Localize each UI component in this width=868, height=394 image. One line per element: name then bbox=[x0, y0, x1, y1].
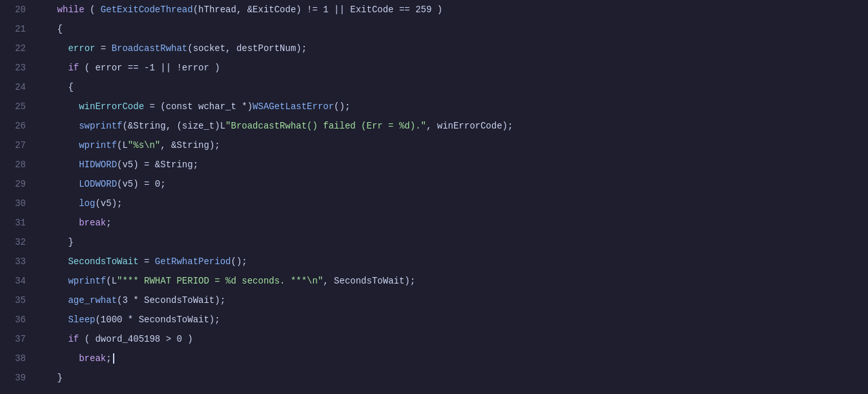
line-content: SecondsToWait = GetRwhatPeriod(); bbox=[36, 252, 868, 271]
token-indent bbox=[36, 160, 79, 170]
token-fn: log bbox=[79, 198, 95, 209]
line-content: wprintf(L"%s\n", &String); bbox=[36, 136, 868, 155]
token-fn: LODWORD bbox=[79, 179, 117, 189]
token-indent bbox=[36, 276, 68, 286]
token-indent bbox=[36, 43, 68, 54]
token-fn: wprintf bbox=[79, 140, 117, 150]
line-content: } bbox=[36, 233, 868, 252]
token-kw: break bbox=[79, 353, 106, 364]
code-line: 38 break; bbox=[0, 349, 868, 368]
line-content: { bbox=[36, 19, 868, 39]
line-content: Sleep(1000 * SecondsToWait); bbox=[36, 310, 868, 329]
code-line: 24 { bbox=[0, 78, 868, 97]
code-line: 32 } bbox=[0, 233, 868, 252]
line-content: wprintf(L"*** RWHAT PERIOD = %d seconds.… bbox=[36, 271, 868, 291]
token-plain: ( dword_405198 > 0 ) bbox=[79, 334, 192, 344]
token-plain: (v5) = &String; bbox=[117, 160, 198, 170]
token-plain: , &String); bbox=[160, 140, 220, 150]
code-line: 25 winErrorCode = (const wchar_t *)WSAGe… bbox=[0, 97, 868, 116]
line-number: 25 bbox=[0, 97, 36, 116]
line-number: 35 bbox=[0, 291, 36, 310]
token-indent bbox=[36, 121, 79, 131]
line-content: { bbox=[36, 78, 868, 97]
token-var: SecondsToWait bbox=[68, 256, 138, 267]
token-plain: ; bbox=[106, 218, 111, 228]
token-indent bbox=[36, 140, 79, 150]
token-kw: while bbox=[57, 5, 85, 15]
token-kw: if bbox=[68, 334, 79, 344]
token-indent bbox=[36, 373, 57, 383]
token-var: error bbox=[68, 43, 95, 54]
token-plain: (L bbox=[117, 140, 128, 150]
line-number: 22 bbox=[0, 39, 36, 58]
line-content: break; bbox=[36, 213, 868, 233]
code-line: 33 SecondsToWait = GetRwhatPeriod(); bbox=[0, 252, 868, 271]
code-line: 29 LODWORD(v5) = 0; bbox=[0, 174, 868, 194]
code-line: 39 } bbox=[0, 368, 868, 388]
token-plain: } bbox=[68, 237, 73, 247]
token-plain: = bbox=[139, 256, 155, 267]
token-indent bbox=[36, 315, 68, 325]
token-fn: BroadcastRwhat bbox=[112, 43, 188, 54]
line-number: 27 bbox=[0, 136, 36, 155]
line-content: break; bbox=[36, 349, 868, 368]
token-indent bbox=[36, 24, 57, 34]
line-number: 37 bbox=[0, 329, 36, 349]
token-str: "%s\n" bbox=[128, 140, 160, 150]
line-content: swprintf(&String, (size_t)L"BroadcastRwh… bbox=[36, 116, 868, 136]
token-indent bbox=[36, 218, 79, 228]
token-plain: = bbox=[95, 43, 111, 54]
token-plain: { bbox=[68, 82, 73, 92]
token-plain: = (const wchar_t *) bbox=[144, 101, 253, 112]
token-fn: GetExitCodeThread bbox=[101, 5, 193, 15]
line-number: 38 bbox=[0, 349, 36, 368]
code-line: 36 Sleep(1000 * SecondsToWait); bbox=[0, 310, 868, 329]
line-content: LODWORD(v5) = 0; bbox=[36, 174, 868, 194]
token-var: winErrorCode bbox=[79, 101, 144, 112]
code-line: 28 HIDWORD(v5) = &String; bbox=[0, 155, 868, 174]
line-number: 33 bbox=[0, 252, 36, 271]
token-indent bbox=[36, 353, 79, 364]
token-indent bbox=[36, 295, 68, 306]
token-fn: wprintf bbox=[68, 276, 106, 286]
token-plain: , winErrorCode); bbox=[426, 121, 513, 131]
token-fn: GetRwhatPeriod bbox=[155, 256, 231, 267]
line-content: if ( dword_405198 > 0 ) bbox=[36, 329, 868, 349]
line-number: 36 bbox=[0, 310, 36, 329]
line-number: 39 bbox=[0, 368, 36, 388]
line-content: age_rwhat(3 * SecondsToWait); bbox=[36, 291, 868, 310]
line-number: 30 bbox=[0, 194, 36, 213]
token-fn: HIDWORD bbox=[79, 160, 117, 170]
token-indent bbox=[36, 334, 68, 344]
code-line: 21 { bbox=[0, 19, 868, 39]
token-fn: swprintf bbox=[79, 121, 122, 131]
line-number: 29 bbox=[0, 174, 36, 194]
code-line: 22 error = BroadcastRwhat(socket, destPo… bbox=[0, 39, 868, 58]
line-number: 28 bbox=[0, 155, 36, 174]
text-cursor bbox=[113, 353, 114, 364]
token-str: "*** RWHAT PERIOD = %d seconds. ***\n" bbox=[117, 276, 323, 286]
code-editor: 20 while ( GetExitCodeThread(hThread, &E… bbox=[0, 0, 868, 394]
line-number: 21 bbox=[0, 19, 36, 39]
code-line: 35 age_rwhat(3 * SecondsToWait); bbox=[0, 291, 868, 310]
token-indent bbox=[36, 101, 79, 112]
line-number: 24 bbox=[0, 78, 36, 97]
token-indent bbox=[36, 237, 68, 247]
line-number: 31 bbox=[0, 213, 36, 233]
token-plain: (v5) = 0; bbox=[117, 179, 166, 189]
code-line: 23 if ( error == -1 || !error ) bbox=[0, 58, 868, 78]
token-plain: (socket, destPortNum); bbox=[187, 43, 307, 54]
token-kw: break bbox=[79, 218, 106, 228]
line-content: log(v5); bbox=[36, 194, 868, 213]
line-content: if ( error == -1 || !error ) bbox=[36, 58, 868, 78]
code-line: 26 swprintf(&String, (size_t)L"Broadcast… bbox=[0, 116, 868, 136]
token-plain: } bbox=[57, 373, 63, 383]
code-line: 20 while ( GetExitCodeThread(hThread, &E… bbox=[0, 0, 868, 19]
token-plain: ; bbox=[106, 353, 111, 364]
token-fn: Sleep bbox=[68, 315, 95, 325]
token-plain: ( error == -1 || !error ) bbox=[79, 63, 220, 73]
token-indent bbox=[36, 63, 68, 73]
token-plain: (v5); bbox=[95, 198, 122, 209]
code-line: 34 wprintf(L"*** RWHAT PERIOD = %d secon… bbox=[0, 271, 868, 291]
token-plain: ( bbox=[85, 5, 101, 15]
